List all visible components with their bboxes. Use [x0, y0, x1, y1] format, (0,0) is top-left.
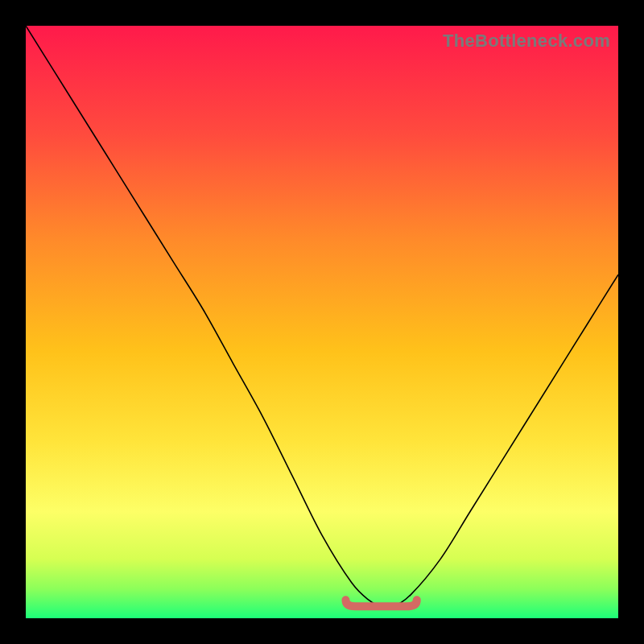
chart-overlay-svg [26, 26, 618, 618]
bottleneck-curve [26, 26, 618, 608]
plot-area: TheBottleneck.com [26, 26, 618, 618]
chart-stage: TheBottleneck.com [0, 0, 644, 644]
optimal-range-marker [345, 600, 416, 606]
